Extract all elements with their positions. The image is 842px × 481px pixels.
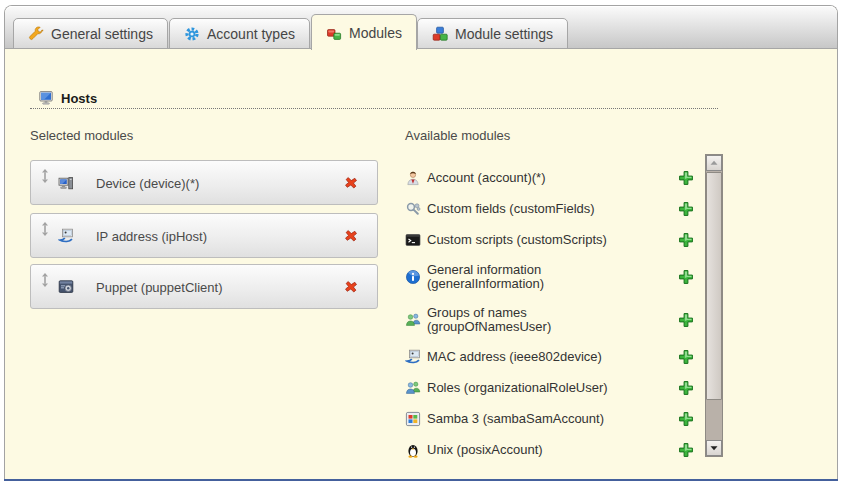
available-module-row: Account (account)(*) <box>400 170 700 186</box>
module-settings-icon <box>432 26 448 42</box>
remove-module-button[interactable] <box>343 279 359 295</box>
available-module-label: MAC address (ieee802device) <box>427 350 602 364</box>
selected-module-label: Puppet (puppetClient) <box>96 280 222 295</box>
add-module-button[interactable] <box>678 411 694 427</box>
add-module-button[interactable] <box>678 312 694 328</box>
green-plus-icon <box>678 442 694 458</box>
available-module-row: Samba 3 (sambaSamAccount) <box>400 411 700 427</box>
tab-account-types[interactable]: Account types <box>169 18 310 49</box>
tab-module-settings[interactable]: Module settings <box>417 18 568 49</box>
green-plus-icon <box>678 312 694 328</box>
remove-module-button[interactable] <box>343 228 359 244</box>
available-module-row: Unix (posixAccount) <box>400 442 700 458</box>
puppet-icon <box>58 279 74 295</box>
section-title: Hosts <box>61 91 97 106</box>
add-module-button[interactable] <box>678 442 694 458</box>
green-plus-icon <box>678 411 694 427</box>
scroll-down-button[interactable] <box>706 440 722 456</box>
section-header-hosts: Hosts <box>38 90 97 106</box>
available-module-row: Custom scripts (customScripts) <box>400 232 700 248</box>
drag-handle-icon[interactable] <box>39 169 51 183</box>
green-plus-icon <box>678 170 694 186</box>
red-x-icon <box>343 228 359 244</box>
group-icon <box>405 312 421 328</box>
available-module-row: Roles (organizationalRoleUser) <box>400 380 700 396</box>
tab-label: Modules <box>349 25 402 41</box>
add-module-button[interactable] <box>678 170 694 186</box>
tab-label: General settings <box>51 26 153 42</box>
green-plus-icon <box>678 269 694 285</box>
available-modules-heading: Available modules <box>405 128 510 143</box>
available-modules-list: Account (account)(*) Custom fields (cust… <box>400 170 700 467</box>
drag-handle-icon[interactable] <box>39 273 51 287</box>
roles-icon <box>405 380 421 396</box>
tab-label: Module settings <box>455 26 553 42</box>
selected-module-label: Device (device)(*) <box>96 176 199 191</box>
selected-module-row[interactable]: Puppet (puppetClient) <box>30 264 378 309</box>
available-module-row: General information (generalInformation) <box>400 263 700 291</box>
scrollbar-thumb[interactable] <box>706 172 722 400</box>
info-icon <box>405 269 421 285</box>
add-module-button[interactable] <box>678 380 694 396</box>
add-module-button[interactable] <box>678 349 694 365</box>
available-module-label: Roles (organizationalRoleUser) <box>427 381 608 395</box>
tab-bar: General settings Account types Modules M… <box>5 6 837 49</box>
green-plus-icon <box>678 201 694 217</box>
green-plus-icon <box>678 380 694 396</box>
tab-general-settings[interactable]: General settings <box>13 18 168 49</box>
modules-icon <box>326 25 342 41</box>
available-module-row: Groups of names (groupOfNamesUser) <box>400 306 700 334</box>
custom-fields-icon <box>405 201 421 217</box>
available-module-label: Unix (posixAccount) <box>427 443 543 457</box>
tab-label: Account types <box>207 26 295 42</box>
available-module-row: Custom fields (customFields) <box>400 201 700 217</box>
available-module-label: Groups of names (groupOfNamesUser) <box>427 306 627 334</box>
ip-address-icon <box>58 228 74 244</box>
remove-module-button[interactable] <box>343 175 359 191</box>
scroll-up-button[interactable] <box>706 155 722 171</box>
modules-panel: Hosts Selected modules Available modules… <box>5 50 837 481</box>
green-plus-icon <box>678 349 694 365</box>
red-x-icon <box>343 279 359 295</box>
available-module-label: Custom fields (customFields) <box>427 202 595 216</box>
settings-panel: General settings Account types Modules M… <box>4 5 838 481</box>
mac-address-icon <box>405 349 421 365</box>
drag-handle-icon[interactable] <box>39 222 51 236</box>
available-module-label: Account (account)(*) <box>427 171 546 185</box>
available-module-row: MAC address (ieee802device) <box>400 349 700 365</box>
gear-icon <box>184 26 200 42</box>
selected-module-row[interactable]: Device (device)(*) <box>30 160 378 205</box>
green-plus-icon <box>678 232 694 248</box>
available-module-label: Samba 3 (sambaSamAccount) <box>427 412 604 426</box>
unix-icon <box>405 442 421 458</box>
monitor-icon <box>38 90 54 106</box>
tab-modules[interactable]: Modules <box>311 14 417 50</box>
add-module-button[interactable] <box>678 201 694 217</box>
add-module-button[interactable] <box>678 232 694 248</box>
section-divider <box>30 108 718 109</box>
red-x-icon <box>343 175 359 191</box>
selected-modules-heading: Selected modules <box>30 128 133 143</box>
selected-module-label: IP address (ipHost) <box>96 229 207 244</box>
samba-icon <box>405 411 421 427</box>
available-modules-scrollbar[interactable] <box>705 154 723 457</box>
add-module-button[interactable] <box>678 269 694 285</box>
selected-module-row[interactable]: IP address (ipHost) <box>30 213 378 258</box>
account-icon <box>405 170 421 186</box>
device-icon <box>58 175 74 191</box>
custom-scripts-icon <box>405 232 421 248</box>
available-module-label: Custom scripts (customScripts) <box>427 233 607 247</box>
wrench-icon <box>28 26 44 42</box>
available-module-label: General information (generalInformation) <box>427 263 627 291</box>
